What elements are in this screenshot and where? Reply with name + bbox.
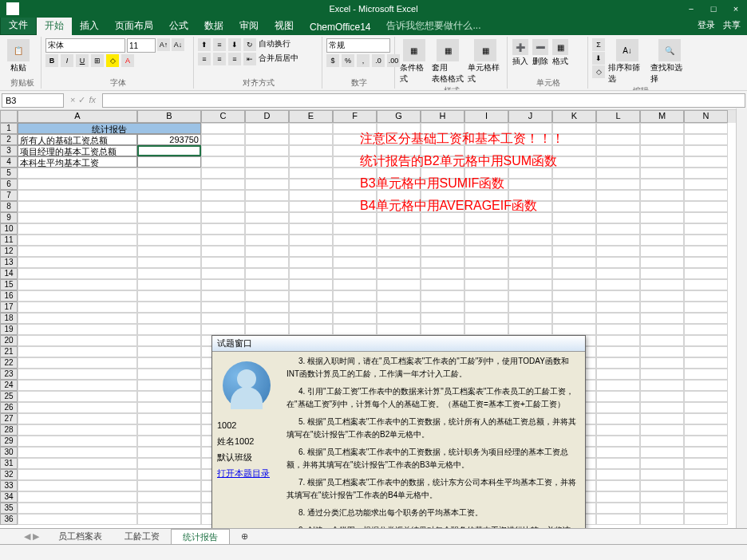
cell-L24[interactable] <box>596 380 640 391</box>
cell-M31[interactable] <box>640 458 684 469</box>
cell-M27[interactable] <box>640 413 684 424</box>
percent-button[interactable]: % <box>342 54 354 67</box>
cell-N5[interactable] <box>684 168 728 179</box>
cell-A36[interactable] <box>18 514 137 525</box>
cond-format-button[interactable]: ▦条件格式 <box>399 38 429 85</box>
cell-N13[interactable] <box>684 257 728 268</box>
cell-N16[interactable] <box>684 290 728 302</box>
cell-A31[interactable] <box>18 458 137 469</box>
cell-E14[interactable] <box>289 268 333 279</box>
row-header-26[interactable]: 26 <box>0 402 18 413</box>
cell-N26[interactable] <box>684 402 728 413</box>
col-N[interactable]: N <box>684 110 728 123</box>
tab-formula[interactable]: 公式 <box>161 17 196 35</box>
col-F[interactable]: F <box>333 110 377 123</box>
row-header-4[interactable]: 4 <box>0 156 18 168</box>
cell-C2[interactable] <box>201 134 245 145</box>
cell-N24[interactable] <box>684 380 728 391</box>
cell-A13[interactable] <box>18 257 137 268</box>
cell-L20[interactable] <box>596 335 640 346</box>
sheettab-2[interactable]: 工龄工资 <box>113 529 171 544</box>
cell-G18[interactable] <box>377 313 421 324</box>
cell-G11[interactable] <box>377 235 421 246</box>
cell-E2[interactable] <box>289 134 333 145</box>
find-button[interactable]: 🔍查找和选择 <box>650 38 690 85</box>
row-header-20[interactable]: 20 <box>0 335 18 346</box>
cell-I12[interactable] <box>464 246 508 257</box>
align-left[interactable]: ≡ <box>198 53 211 65</box>
cell-J12[interactable] <box>508 246 552 257</box>
cell-M33[interactable] <box>640 480 684 491</box>
cell-A24[interactable] <box>18 380 137 391</box>
cell-A15[interactable] <box>18 279 137 290</box>
cell-D12[interactable] <box>245 246 289 257</box>
cell-A33[interactable] <box>18 480 137 491</box>
cell-G12[interactable] <box>377 246 421 257</box>
cell-N21[interactable] <box>684 346 728 357</box>
cell-A32[interactable] <box>18 469 137 480</box>
cell-D18[interactable] <box>245 313 289 324</box>
cell-D16[interactable] <box>245 290 289 302</box>
font-color-button[interactable]: A <box>121 54 134 67</box>
cell-A11[interactable] <box>18 235 137 246</box>
cell-L35[interactable] <box>596 503 640 514</box>
fill-color-button[interactable]: ◇ <box>106 54 119 67</box>
col-E[interactable]: E <box>289 110 333 123</box>
cell-K12[interactable] <box>552 246 596 257</box>
cell-N35[interactable] <box>684 503 728 514</box>
cell-F14[interactable] <box>333 268 377 279</box>
cell-E6[interactable] <box>289 179 333 190</box>
cell-A4[interactable]: 本科生平均基本工资 <box>18 156 137 168</box>
cell-B25[interactable] <box>137 391 201 402</box>
row-header-6[interactable]: 6 <box>0 179 18 190</box>
row-header-28[interactable]: 28 <box>0 424 18 436</box>
cell-C8[interactable] <box>201 201 245 212</box>
cell-H17[interactable] <box>421 302 464 313</box>
cell-N4[interactable] <box>684 156 728 168</box>
cell-M7[interactable] <box>640 190 684 201</box>
cell-M22[interactable] <box>640 357 684 369</box>
cell-M16[interactable] <box>640 290 684 302</box>
cell-I15[interactable] <box>464 279 508 290</box>
cell-M34[interactable] <box>640 491 684 503</box>
cell-H16[interactable] <box>421 290 464 302</box>
cell-A1[interactable]: 统计报告 <box>18 123 201 134</box>
underline-button[interactable]: U <box>76 54 89 67</box>
cell-L8[interactable] <box>596 201 640 212</box>
cell-F15[interactable] <box>333 279 377 290</box>
cell-L18[interactable] <box>596 313 640 324</box>
maximize-button[interactable]: □ <box>702 0 725 18</box>
cell-A10[interactable] <box>18 223 137 235</box>
fx-icon[interactable]: fx <box>89 95 96 105</box>
cell-L14[interactable] <box>596 268 640 279</box>
minimize-button[interactable]: − <box>680 0 702 18</box>
share-link[interactable]: 共享 <box>723 19 741 31</box>
cell-L3[interactable] <box>596 145 640 156</box>
close-button[interactable]: × <box>725 0 747 18</box>
cell-I14[interactable] <box>464 268 508 279</box>
cell-N31[interactable] <box>684 458 728 469</box>
col-M[interactable]: M <box>640 110 684 123</box>
cell-E11[interactable] <box>289 235 333 246</box>
cell-A27[interactable] <box>18 413 137 424</box>
cell-F11[interactable] <box>333 235 377 246</box>
scrollbar-vertical[interactable] <box>736 108 747 528</box>
cell-M35[interactable] <box>640 503 684 514</box>
cell-J17[interactable] <box>508 302 552 313</box>
cell-L36[interactable] <box>596 514 640 525</box>
cell-C6[interactable] <box>201 179 245 190</box>
row-header-9[interactable]: 9 <box>0 212 18 223</box>
cell-L15[interactable] <box>596 279 640 290</box>
cell-K17[interactable] <box>552 302 596 313</box>
row-header-35[interactable]: 35 <box>0 503 18 514</box>
cell-G10[interactable] <box>377 223 421 235</box>
cell-A9[interactable] <box>18 212 137 223</box>
cell-A26[interactable] <box>18 402 137 413</box>
cell-K13[interactable] <box>552 257 596 268</box>
row-header-24[interactable]: 24 <box>0 380 18 391</box>
row-header-7[interactable]: 7 <box>0 190 18 201</box>
cell-N28[interactable] <box>684 424 728 436</box>
bold-button[interactable]: B <box>45 54 58 67</box>
row-header-1[interactable]: 1 <box>0 123 18 134</box>
cell-M36[interactable] <box>640 514 684 525</box>
